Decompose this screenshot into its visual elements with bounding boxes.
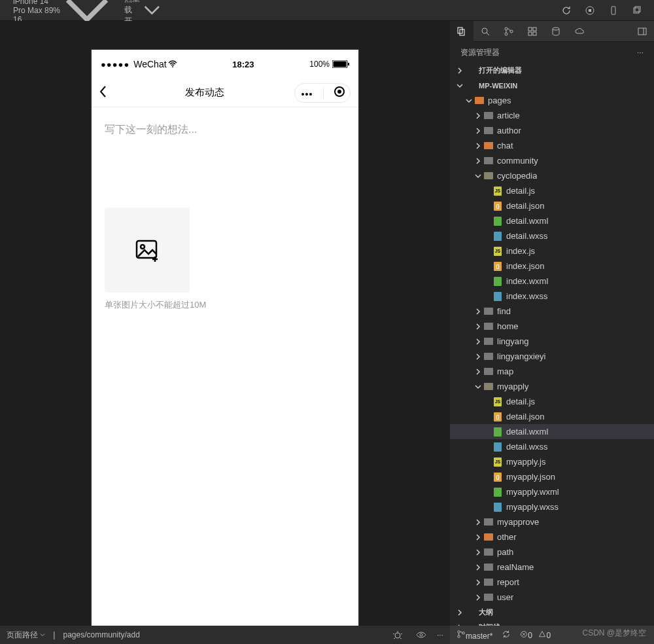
signal-indicator: ●●●●● (101, 60, 129, 69)
extensions-tab-icon[interactable] (521, 21, 544, 42)
sync-icon[interactable] (502, 630, 511, 641)
svg-point-10 (305, 93, 308, 96)
cloud-tab-icon[interactable] (568, 21, 591, 42)
file-tree: 打开的编辑器MP-WEIXINpagesarticleauthorchatcom… (450, 63, 654, 626)
refresh-icon[interactable] (555, 0, 578, 21)
page-path-label[interactable]: 页面路径 (7, 630, 45, 641)
image-upload-box[interactable] (105, 207, 190, 293)
textarea-placeholder[interactable]: 写下这一刻的想法... (105, 123, 345, 137)
window-icon[interactable] (625, 0, 649, 21)
svg-point-11 (309, 93, 312, 96)
editor-statusbar: master* 0 0 CSDN @是梦终空 (450, 626, 654, 644)
page-title: 发布动态 (115, 86, 294, 99)
folder-user[interactable]: user (450, 590, 654, 605)
svg-rect-22 (528, 27, 532, 31)
svg-point-32 (458, 635, 460, 637)
watermark-text: CSDN @是梦终空 (582, 628, 646, 639)
folder-home[interactable]: home (450, 319, 654, 334)
file-detail.wxss[interactable]: detail.wxss (450, 439, 654, 454)
panel-toggle-icon[interactable] (630, 21, 654, 42)
folder-myapprove[interactable]: myapprove (450, 514, 654, 529)
file-myapply.wxss[interactable]: myapply.wxss (450, 499, 654, 514)
page-path-value[interactable]: pages/community/add (63, 630, 139, 639)
file-index.wxml[interactable]: index.wxml (450, 274, 654, 289)
explorer-panel: 资源管理器 ··· 打开的编辑器MP-WEIXINpagesarticleaut… (450, 21, 654, 626)
simulator-toolbar: iPhone 14 Pro Max 89% 16 热重载 开 (0, 0, 654, 21)
mini-program-capsule[interactable] (294, 83, 351, 103)
folder-author[interactable]: author (450, 123, 654, 138)
file-detail.wxml[interactable]: detail.wxml (450, 213, 654, 228)
file-detail.js[interactable]: JSdetail.js (450, 394, 654, 409)
simulator-statusbar: 页面路径 | pages/community/add ··· (0, 626, 450, 644)
file-myapply.wxml[interactable]: myapply.wxml (450, 484, 654, 499)
folder-report[interactable]: report (450, 575, 654, 590)
upload-hint: 单张图片大小不能超过10M (105, 299, 345, 311)
eye-icon[interactable] (413, 624, 429, 644)
git-branch[interactable]: master* (456, 630, 492, 641)
section-outline[interactable]: 大纲 (450, 605, 654, 620)
problems-indicator[interactable]: 0 0 (520, 630, 551, 640)
section-timeline[interactable]: 时间线 (450, 620, 654, 626)
svg-point-5 (172, 66, 173, 67)
folder-article[interactable]: article (450, 108, 654, 123)
explorer-more-icon[interactable]: ··· (637, 48, 644, 57)
back-button[interactable] (99, 85, 115, 101)
folder-other[interactable]: other (450, 529, 654, 545)
file-detail.wxml[interactable]: detail.wxml (450, 424, 654, 439)
svg-rect-25 (533, 32, 536, 35)
svg-point-21 (510, 30, 513, 33)
file-index.wxss[interactable]: index.wxss (450, 289, 654, 304)
folder-map[interactable]: map (450, 364, 654, 379)
svg-rect-27 (638, 28, 646, 35)
svg-point-13 (337, 90, 341, 94)
svg-point-20 (505, 33, 508, 35)
git-tab-icon[interactable] (497, 21, 521, 42)
section-open-editors[interactable]: 打开的编辑器 (450, 63, 654, 78)
capsule-menu-icon[interactable] (300, 87, 313, 99)
folder-realName[interactable]: realName (450, 560, 654, 575)
svg-rect-7 (334, 62, 347, 67)
folder-cyclopedia[interactable]: cyclopedia (450, 168, 654, 183)
folder-lingyang[interactable]: lingyang (450, 334, 654, 349)
more-icon[interactable]: ··· (437, 630, 443, 639)
explorer-title: 资源管理器 ··· (450, 42, 654, 63)
svg-rect-4 (635, 7, 640, 12)
svg-point-29 (395, 633, 400, 638)
file-detail.json[interactable]: {}detail.json (450, 198, 654, 213)
search-tab-icon[interactable] (473, 21, 497, 42)
folder-path[interactable]: path (450, 545, 654, 560)
svg-rect-1 (589, 9, 591, 12)
folder-find[interactable]: find (450, 304, 654, 319)
battery-icon (332, 60, 349, 68)
svg-point-33 (462, 632, 465, 634)
folder-pages[interactable]: pages (450, 93, 654, 108)
file-detail.js[interactable]: JSdetail.js (450, 183, 654, 198)
phone-icon[interactable] (602, 0, 625, 21)
svg-point-30 (420, 634, 422, 636)
svg-rect-8 (348, 63, 349, 65)
folder-lingyangxieyi[interactable]: lingyangxieyi (450, 349, 654, 364)
time-label: 18:23 (177, 60, 310, 69)
image-icon (134, 237, 160, 263)
folder-chat[interactable]: chat (450, 138, 654, 153)
database-tab-icon[interactable] (544, 21, 568, 42)
file-detail.wxss[interactable]: detail.wxss (450, 228, 654, 243)
file-myapply.js[interactable]: JSmyapply.js (450, 454, 654, 469)
explorer-tab-icon[interactable] (450, 21, 473, 42)
bug-icon[interactable] (390, 624, 405, 644)
file-myapply.json[interactable]: {}myapply.json (450, 469, 654, 484)
section-project[interactable]: MP-WEIXIN (450, 78, 654, 93)
folder-community[interactable]: community (450, 153, 654, 168)
simulator-preview: ●●●●● WeChat 18:23 100% 发布动态 (0, 21, 450, 626)
svg-rect-2 (611, 7, 615, 14)
svg-point-26 (553, 27, 559, 30)
folder-myapply[interactable]: myapply (450, 379, 654, 394)
file-index.js[interactable]: JSindex.js (450, 243, 654, 259)
file-detail.json[interactable]: {}detail.json (450, 409, 654, 424)
file-index.json[interactable]: {}index.json (450, 259, 654, 274)
svg-point-9 (301, 93, 304, 96)
svg-rect-23 (533, 27, 536, 31)
capsule-close-icon[interactable] (334, 86, 345, 100)
activity-bar (450, 21, 654, 42)
stop-icon[interactable] (578, 0, 602, 21)
